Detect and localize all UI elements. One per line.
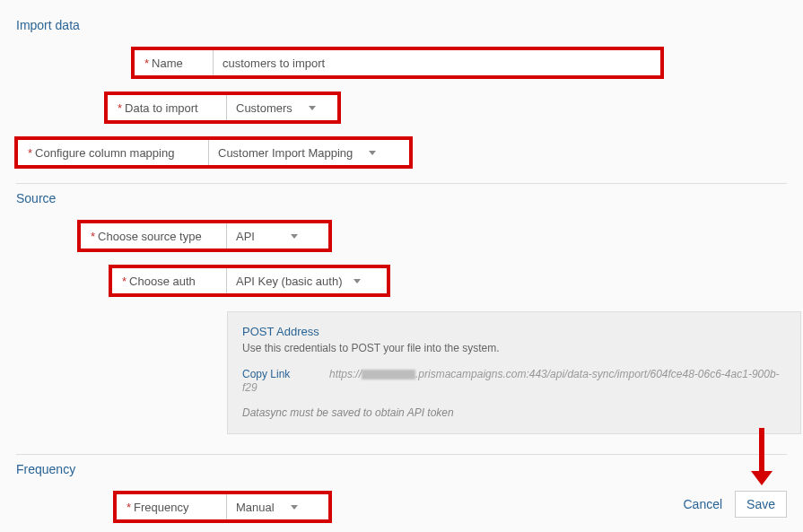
chevron-down-icon	[309, 106, 316, 110]
label-auth-text: Choose auth	[129, 275, 196, 288]
frequency-select[interactable]: Manual	[227, 493, 330, 521]
section-title-source: Source	[16, 191, 787, 205]
label-source-type: * Choose source type	[79, 222, 227, 250]
save-button[interactable]: Save	[735, 491, 787, 518]
chevron-down-icon	[291, 234, 298, 239]
column-mapping-value: Customer Import Mapping	[218, 146, 353, 160]
arrow-annotation	[751, 428, 772, 485]
required-icon: *	[144, 57, 149, 70]
action-bar: Cancel Save	[683, 491, 787, 518]
divider	[16, 454, 787, 455]
chevron-down-icon	[291, 505, 298, 510]
label-data-to-import: * Data to import	[106, 93, 227, 122]
label-frequency-text: Frequency	[134, 501, 188, 514]
label-column-mapping: * Configure column mapping	[16, 138, 209, 167]
post-address-title: POST Address	[242, 325, 786, 338]
label-name-text: Name	[152, 57, 183, 70]
required-icon: *	[122, 275, 127, 288]
required-icon: *	[127, 501, 131, 514]
section-title-import: Import data	[16, 18, 787, 32]
post-url: https://.prismacampaigns.com:443/api/dat…	[242, 368, 780, 394]
frequency-value: Manual	[236, 501, 275, 514]
source-type-select[interactable]: API	[227, 222, 330, 250]
data-to-import-value: Customers	[236, 101, 292, 115]
required-icon: *	[28, 146, 32, 160]
label-auth: * Choose auth	[110, 266, 227, 295]
label-source-type-text: Choose source type	[98, 230, 202, 243]
row-name: * Name	[133, 48, 662, 77]
chevron-down-icon	[369, 151, 376, 155]
name-input[interactable]	[214, 48, 662, 77]
copy-link-button[interactable]: Copy Link	[242, 368, 290, 380]
label-data-to-import-text: Data to import	[125, 101, 198, 115]
chevron-down-icon	[353, 279, 361, 283]
label-name: * Name	[133, 48, 214, 77]
required-icon: *	[118, 101, 122, 115]
required-icon: *	[91, 230, 95, 243]
post-address-panel: POST Address Use this credentials to POS…	[227, 311, 801, 434]
source-type-value: API	[236, 230, 255, 243]
label-frequency: * Frequency	[115, 493, 227, 521]
url-suffix: .prismacampaigns.com:443/api/data-sync/i…	[242, 368, 780, 394]
row-column-mapping: * Configure column mapping Customer Impo…	[16, 138, 411, 167]
row-source-type: * Choose source type API	[79, 222, 330, 250]
column-mapping-select[interactable]: Customer Import Mapping	[209, 138, 411, 167]
redacted-host	[362, 370, 415, 379]
auth-select[interactable]: API Key (basic auth)	[227, 266, 388, 295]
divider	[16, 183, 787, 184]
cancel-button[interactable]: Cancel	[683, 497, 722, 511]
post-address-note: Datasync must be saved to obtain API tok…	[242, 406, 786, 419]
row-auth: * Choose auth API Key (basic auth)	[110, 266, 388, 295]
row-data-to-import: * Data to import Customers	[106, 93, 339, 122]
section-title-frequency: Frequency	[16, 462, 787, 476]
label-column-mapping-text: Configure column mapping	[35, 146, 174, 160]
auth-value: API Key (basic auth)	[236, 275, 343, 288]
post-address-desc: Use this credentials to POST your file i…	[242, 342, 786, 354]
url-prefix: https://	[329, 368, 362, 380]
row-frequency: * Frequency Manual	[115, 493, 330, 521]
data-to-import-select[interactable]: Customers	[227, 93, 339, 122]
